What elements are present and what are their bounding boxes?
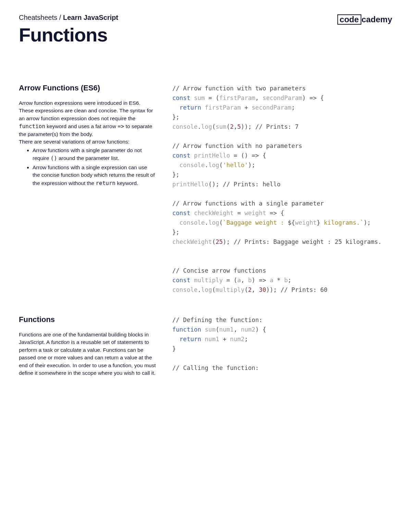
codecademy-logo: codecademy	[337, 14, 392, 25]
breadcrumb-sep: /	[57, 14, 63, 21]
section-arrow-functions: Arrow Functions (ES6) Arrow function exp…	[19, 84, 392, 295]
section-paragraph: Functions are one of the fundamental bui…	[19, 331, 156, 377]
code-block: // Arrow function with two parameters co…	[172, 84, 392, 295]
section-functions: Functions Functions are one of the funda…	[19, 315, 392, 377]
page-header: Cheatsheets / Learn JavaScript Functions…	[19, 14, 392, 46]
section-paragraph: There are several variations of arrow fu…	[19, 138, 156, 146]
logo-box: code	[337, 14, 361, 25]
breadcrumb-root[interactable]: Cheatsheets	[19, 14, 57, 21]
inline-code: ()	[51, 155, 57, 161]
breadcrumb: Cheatsheets / Learn JavaScript	[19, 14, 118, 22]
logo-rest: cademy	[361, 15, 392, 24]
code-block: // Defining the function: function sum(n…	[172, 315, 392, 373]
section-paragraph: Arrow function expressions were introduc…	[19, 99, 156, 138]
section-heading: Functions	[19, 315, 156, 324]
bullet-list: Arrow functions with a single parameter …	[19, 147, 156, 187]
italic-term: function	[51, 339, 70, 345]
breadcrumb-current[interactable]: Learn JavaScript	[63, 14, 118, 21]
inline-code: return	[96, 180, 115, 186]
section-heading: Arrow Functions (ES6)	[19, 84, 156, 92]
inline-code: function	[19, 123, 45, 129]
list-item: Arrow functions with a single parameter …	[33, 147, 156, 162]
inline-code: =>	[117, 123, 124, 129]
list-item: Arrow functions with a single expression…	[33, 164, 156, 187]
page-title: Functions	[19, 24, 118, 46]
